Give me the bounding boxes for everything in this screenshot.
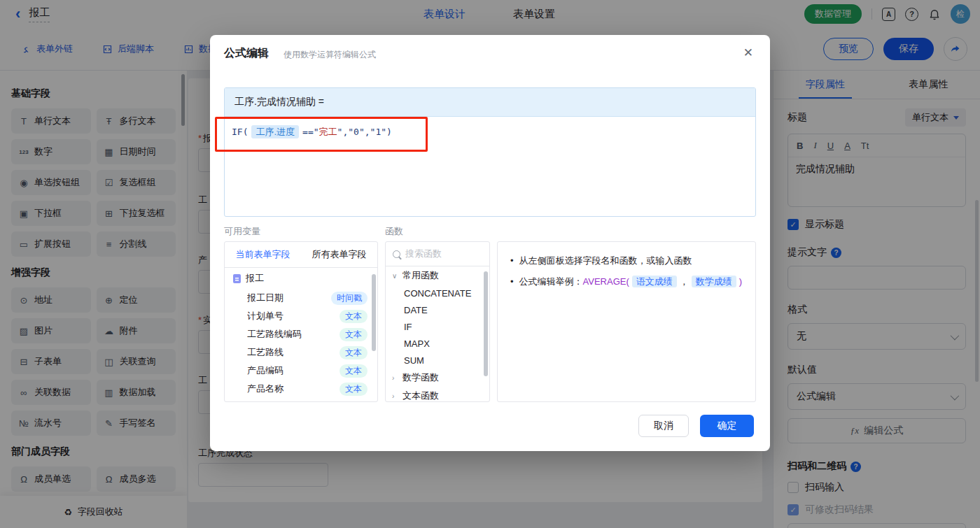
tab-current-form-fields[interactable]: 当前表单字段: [225, 242, 301, 267]
function-group-文本函数[interactable]: ›文本函数: [386, 387, 489, 402]
variable-type-badge: 文本: [340, 310, 368, 323]
variable-type-badge: 文本: [340, 328, 368, 341]
functions-scrollbar[interactable]: [484, 271, 488, 376]
variables-label: 可用变量: [224, 225, 260, 238]
variable-name: 报工日期: [247, 292, 331, 304]
variable-name: 工艺路线: [247, 346, 340, 359]
formula-string: 完工: [319, 127, 337, 137]
help-field-token[interactable]: 语文成绩: [632, 276, 677, 287]
help-fn-close: ): [739, 276, 742, 287]
formula-field-token[interactable]: 工序.进度: [251, 125, 299, 138]
function-group-常用函数[interactable]: ∨常用函数: [386, 266, 489, 285]
formula-editor-modal: 公式编辑 使用数学运算符编辑公式 ✕ 工序.完成情况辅助 = IF(工序.进度=…: [210, 35, 770, 451]
variable-type-badge: 时间戳: [331, 292, 368, 305]
app-screen: ‹ 报工 表单设计 表单设置 数据管理 A ? 检 表单外链后端脚本数据权限 预…: [0, 0, 980, 528]
variable-type-badge: 文本: [340, 346, 368, 359]
function-group-label: 数学函数: [402, 371, 439, 384]
caret-icon: ∨: [392, 272, 398, 280]
formula-target: 工序.完成情况辅助 =: [225, 88, 755, 117]
variable-row-计划单号[interactable]: 计划单号文本: [225, 307, 377, 325]
variable-name: 计划单号: [247, 310, 340, 322]
modal-subtitle: 使用数学运算符编辑公式: [284, 49, 376, 61]
functions-label: 函数: [385, 225, 403, 238]
formula-input[interactable]: IF(工序.进度=="完工","0","1"): [225, 117, 755, 148]
formula-op: ","0","1"): [337, 127, 392, 137]
help-field-token[interactable]: 数学成绩: [692, 276, 736, 287]
function-group-label: 文本函数: [402, 390, 439, 402]
function-search-input[interactable]: 搜索函数: [386, 242, 489, 266]
variables-panel: 当前表单字段 所有表单字段 报工 报工日期时间戳计划单号文本工艺路线编码文本工艺…: [224, 241, 378, 402]
help-separator: ，: [680, 276, 689, 287]
tab-all-form-fields[interactable]: 所有表单字段: [301, 242, 377, 267]
caret-icon: ›: [392, 392, 398, 400]
help-fn-open: AVERAGE(: [583, 276, 629, 287]
variables-root-node[interactable]: 报工: [225, 268, 377, 289]
cancel-button[interactable]: 取消: [638, 415, 689, 437]
variable-row-工艺路线[interactable]: 工艺路线文本: [225, 343, 377, 362]
function-group-label: 常用函数: [402, 269, 439, 282]
caret-icon: ›: [392, 374, 398, 382]
variable-row-产品名称[interactable]: 产品名称文本: [225, 380, 377, 398]
function-item-SUM[interactable]: SUM: [386, 352, 489, 369]
function-item-MAPX[interactable]: MAPX: [386, 335, 489, 352]
function-item-DATE[interactable]: DATE: [386, 301, 489, 318]
variable-row-工艺路线编码[interactable]: 工艺路线编码文本: [225, 325, 377, 343]
formula-editor: 工序.完成情况辅助 = IF(工序.进度=="完工","0","1"): [224, 87, 756, 217]
modal-title: 公式编辑: [224, 46, 269, 61]
variable-row-报工日期[interactable]: 报工日期时间戳: [225, 289, 377, 307]
formula-help-panel: 从左侧面板选择字段名和函数，或输入函数 公式编辑举例：AVERAGE(语文成绩，…: [497, 241, 756, 402]
confirm-button[interactable]: 确定: [700, 415, 754, 437]
function-item-IF[interactable]: IF: [386, 318, 489, 335]
variable-name: 产品名称: [247, 383, 340, 395]
variable-type-badge: 文本: [340, 383, 368, 396]
help-example: 公式编辑举例：AVERAGE(语文成绩，数学成绩): [519, 274, 743, 289]
close-icon[interactable]: ✕: [743, 45, 753, 60]
root-form-name: 报工: [246, 272, 264, 285]
function-group-数学函数[interactable]: ›数学函数: [386, 369, 489, 387]
variable-type-badge: 文本: [340, 364, 368, 378]
search-placeholder: 搜索函数: [405, 248, 442, 260]
formula-keyword: IF(: [232, 127, 248, 137]
variable-name: 工艺路线编码: [247, 328, 340, 341]
variables-scrollbar[interactable]: [372, 274, 376, 351]
functions-panel: 搜索函数 ∨常用函数CONCATENATEDATEIFMAPXSUM›数学函数›…: [385, 241, 490, 402]
formula-op: ==": [302, 127, 318, 137]
variable-name: 产品编码: [247, 364, 340, 377]
variable-row-产品编码[interactable]: 产品编码文本: [225, 362, 377, 380]
help-line-1: 从左侧面板选择字段名和函数，或输入函数: [519, 253, 692, 268]
function-item-CONCATENATE[interactable]: CONCATENATE: [386, 285, 489, 301]
search-icon: [393, 250, 400, 258]
form-doc-icon: [233, 274, 241, 283]
help-example-prefix: 公式编辑举例：: [519, 276, 583, 287]
